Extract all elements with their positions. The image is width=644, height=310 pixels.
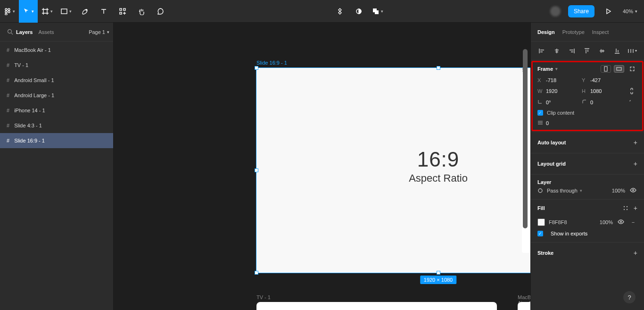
- frame-h-field[interactable]: H1080: [582, 88, 624, 94]
- canvas[interactable]: Slide 16:9 - 1 16:9 Aspect Ratio 1920 × …: [114, 23, 530, 310]
- peek-frame-macbook[interactable]: [518, 302, 530, 310]
- frame-gap-field[interactable]: 0: [537, 120, 637, 126]
- fill-section: Fill + F8F8F8 100% − ✓ Show in exports: [531, 200, 644, 243]
- resize-handle-mb[interactable]: [437, 271, 440, 275]
- layer-item[interactable]: #TV - 1: [0, 58, 113, 73]
- eye-icon: [630, 188, 636, 193]
- scrollbar-thumb[interactable]: [523, 49, 528, 228]
- tab-inspect[interactable]: Inspect: [592, 29, 609, 35]
- fill-visibility-toggle[interactable]: [617, 219, 625, 225]
- add-fill-button[interactable]: +: [634, 204, 637, 212]
- frame-w-field[interactable]: W1920: [537, 88, 580, 94]
- fill-styles-button[interactable]: [620, 204, 631, 212]
- chevron-down-icon: ▾: [69, 9, 72, 14]
- align-left-icon: [538, 48, 545, 54]
- layer-item[interactable]: #Android Large - 1: [0, 88, 113, 103]
- resize-handle-tl[interactable]: [255, 66, 258, 70]
- main-menu-button[interactable]: ▾: [0, 0, 19, 23]
- fill-swatch[interactable]: [537, 218, 545, 226]
- boolean-button[interactable]: ▾: [368, 0, 387, 23]
- help-button[interactable]: ?: [623, 291, 636, 303]
- present-button[interactable]: [600, 0, 616, 23]
- eye-icon: [618, 219, 624, 224]
- frame-tool-button[interactable]: ▾: [38, 0, 57, 23]
- show-in-exports-toggle[interactable]: Show in exports: [551, 231, 587, 236]
- resize-handle-bl[interactable]: [255, 271, 258, 275]
- dimensions-badge: 1920 × 1080: [420, 276, 456, 284]
- layer-item[interactable]: #Slide 16:9 - 1: [0, 133, 113, 148]
- align-left-button[interactable]: [535, 44, 549, 58]
- independent-corners-button[interactable]: [626, 100, 637, 105]
- play-icon: [605, 8, 611, 15]
- union-icon: [372, 8, 380, 15]
- remove-fill-button[interactable]: −: [629, 219, 637, 225]
- avatar[interactable]: [550, 6, 561, 17]
- orientation-portrait-button[interactable]: [601, 65, 611, 73]
- frame-section-title[interactable]: Frame ▾: [537, 66, 558, 72]
- align-top-button[interactable]: [580, 44, 594, 58]
- frame-x-field[interactable]: X-718: [537, 77, 580, 83]
- layer-item[interactable]: #MacBook Air - 1: [0, 42, 113, 58]
- comment-tool-button[interactable]: [151, 0, 170, 23]
- frame-radius-field[interactable]: 0: [582, 99, 624, 105]
- tab-prototype[interactable]: Prototype: [562, 29, 585, 35]
- vertical-scrollbar[interactable]: [523, 49, 529, 276]
- layer-visibility-toggle[interactable]: [629, 188, 637, 193]
- svg-rect-9: [120, 12, 122, 14]
- add-stroke-button[interactable]: +: [634, 249, 637, 257]
- selected-frame-label[interactable]: Slide 16:9 - 1: [256, 60, 287, 66]
- tab-assets[interactable]: Assets: [38, 29, 54, 35]
- pen-tool-button[interactable]: [75, 0, 94, 23]
- frame-icon: #: [7, 77, 9, 83]
- tab-design[interactable]: Design: [537, 29, 555, 35]
- layer-opacity-field[interactable]: 100%: [612, 188, 625, 193]
- align-hcenter-button[interactable]: [550, 44, 564, 58]
- resize-handle-ml[interactable]: [255, 168, 258, 172]
- svg-rect-5: [61, 9, 67, 14]
- svg-rect-14: [604, 67, 607, 71]
- svg-point-17: [633, 190, 634, 191]
- align-vcenter-button[interactable]: [595, 44, 609, 58]
- align-right-button[interactable]: [565, 44, 579, 58]
- clip-content-toggle[interactable]: ✓ Clip content: [537, 110, 637, 116]
- peek-frame-label[interactable]: TV - 1: [256, 294, 271, 300]
- tab-layers[interactable]: Layers: [16, 29, 33, 35]
- blend-mode-select[interactable]: Pass through ▾: [547, 188, 582, 193]
- selected-frame[interactable]: 16:9 Aspect Ratio 1920 × 1080: [256, 68, 530, 273]
- chevron-down-icon: ▾: [635, 49, 637, 53]
- align-bottom-button[interactable]: [610, 44, 624, 58]
- hand-tool-button[interactable]: [132, 0, 151, 23]
- search-button[interactable]: [4, 29, 16, 35]
- rectangle-icon: [60, 8, 68, 15]
- layer-item[interactable]: #Slide 4:3 - 1: [0, 118, 113, 133]
- move-tool-button[interactable]: ▾: [19, 0, 38, 23]
- add-auto-layout-button[interactable]: +: [634, 139, 637, 146]
- peek-frame-tv[interactable]: [256, 302, 497, 310]
- constrain-proportions-button[interactable]: [626, 88, 637, 94]
- fill-hex-field[interactable]: F8F8F8: [549, 219, 567, 225]
- orientation-landscape-button[interactable]: [614, 65, 624, 73]
- shape-tool-button[interactable]: ▾: [57, 0, 75, 23]
- share-button[interactable]: Share: [568, 5, 594, 17]
- align-top-icon: [584, 48, 590, 54]
- add-layout-grid-button[interactable]: +: [634, 160, 637, 168]
- mask-button[interactable]: [349, 0, 368, 23]
- components-button[interactable]: [330, 0, 349, 23]
- distribute-button[interactable]: ▾: [625, 44, 639, 58]
- layer-item[interactable]: #Android Small - 1: [0, 73, 113, 88]
- fill-opacity-field[interactable]: 100%: [600, 219, 613, 225]
- chevron-down-icon: ▾: [32, 9, 34, 14]
- zoom-select[interactable]: 40% ▾: [616, 8, 644, 14]
- portrait-icon: [604, 66, 608, 72]
- layer-item[interactable]: #iPhone 14 - 1: [0, 103, 113, 118]
- text-tool-button[interactable]: [94, 0, 113, 23]
- frame-rotation-field[interactable]: 0°: [537, 99, 580, 105]
- resize-handle-mt[interactable]: [437, 66, 440, 70]
- layer-item-label: iPhone 14 - 1: [14, 108, 45, 113]
- resources-button[interactable]: [113, 0, 132, 23]
- page-selector[interactable]: Page 1 ▾: [89, 29, 109, 35]
- auto-layout-label: Auto layout: [537, 140, 566, 145]
- svg-rect-12: [375, 10, 379, 14]
- resize-to-fit-button[interactable]: [627, 65, 637, 73]
- frame-y-field[interactable]: Y-427: [582, 77, 624, 83]
